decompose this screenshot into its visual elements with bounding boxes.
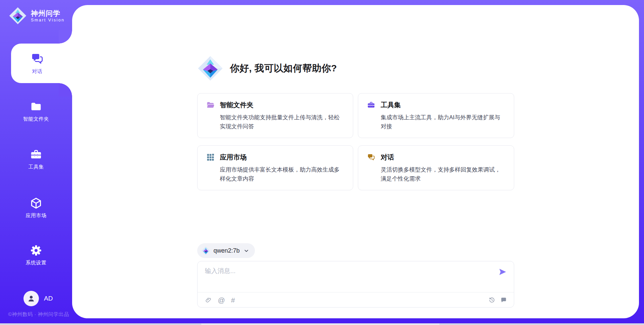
send-button[interactable]	[498, 267, 507, 276]
card-description: 应用市场提供丰富长文本模板，助力高效生成多样化文章内容	[220, 165, 345, 183]
user-name: AD	[44, 295, 53, 302]
chevron-down-icon	[243, 248, 250, 254]
model-name: qwen2:7b	[214, 247, 240, 254]
brand-name: 神州问学	[31, 9, 65, 18]
main-panel: 你好, 我可以如何帮助你? 智能文件夹 智能文件夹功能支持批量文件上传与清洗，轻…	[72, 5, 639, 318]
app-logo-icon	[9, 7, 27, 25]
message-composer: @ #	[197, 261, 514, 308]
greeting-block: 你好, 我可以如何帮助你?	[197, 55, 514, 81]
sidebar-item-app-market[interactable]: 应用市场	[0, 197, 72, 219]
scrollbar-thumb[interactable]	[201, 323, 439, 325]
brand-subtitle: Smart Vision	[31, 18, 65, 22]
person-icon	[26, 294, 36, 303]
horizontal-scrollbar[interactable]	[0, 323, 644, 325]
chat-bubble-icon[interactable]	[500, 297, 507, 304]
user-profile[interactable]: AD	[23, 291, 53, 306]
hash-icon[interactable]: #	[231, 297, 235, 304]
card-title: 应用市场	[220, 153, 247, 162]
sidebar-item-smart-folder[interactable]: 智能文件夹	[0, 101, 72, 122]
avatar	[23, 291, 39, 306]
sidebar-item-label: 工具集	[28, 164, 44, 170]
card-description: 集成市场上主流工具，助力AI与外界无缝扩展与对接	[381, 113, 506, 131]
folder-icon	[30, 101, 42, 113]
card-app-market[interactable]: 应用市场 应用市场提供丰富长文本模板，助力高效生成多样化文章内容	[197, 145, 354, 190]
mention-icon[interactable]: @	[218, 297, 225, 304]
card-title: 智能文件夹	[220, 101, 254, 110]
sidebar-item-label: 对话	[32, 68, 43, 75]
model-logo-icon	[201, 246, 210, 255]
sidebar-item-label: 应用市场	[26, 212, 47, 219]
copyright-footer: ©神州数码 · 神州问学出品	[0, 311, 77, 318]
grid-icon	[206, 153, 215, 161]
sidebar-item-settings[interactable]: 系统设置	[0, 244, 72, 266]
active-item-notch-top	[59, 30, 72, 44]
brand-logo: 神州问学 Smart Vision	[9, 7, 65, 25]
toolbox-icon	[367, 101, 375, 109]
card-toolset[interactable]: 工具集 集成市场上主流工具，助力AI与外界无缝扩展与对接	[358, 93, 514, 138]
model-selector[interactable]: qwen2:7b	[197, 243, 255, 258]
greeting-title: 你好, 我可以如何帮助你?	[230, 62, 337, 75]
chat-icon	[367, 153, 375, 161]
card-smart-folder[interactable]: 智能文件夹 智能文件夹功能支持批量文件上传与清洗，轻松实现文件问答	[197, 93, 354, 138]
card-title: 工具集	[381, 101, 401, 110]
active-item-notch-bottom	[59, 83, 72, 96]
sidebar-item-chat[interactable]: 对话	[11, 44, 72, 83]
card-description: 灵活切换多模型文件，支持多样回复效果调试，满足个性化需求	[381, 165, 506, 183]
sidebar-item-label: 智能文件夹	[23, 116, 49, 122]
sidebar-item-label: 系统设置	[26, 260, 47, 266]
paperclip-icon[interactable]	[205, 297, 212, 304]
history-icon[interactable]	[488, 297, 495, 304]
gear-icon	[30, 244, 42, 257]
card-title: 对话	[381, 153, 394, 162]
app-logo-icon	[197, 55, 223, 81]
card-chat[interactable]: 对话 灵活切换多模型文件，支持多样回复效果调试，满足个性化需求	[358, 145, 514, 190]
chat-icon	[31, 52, 44, 66]
message-input[interactable]	[205, 267, 493, 289]
feature-cards: 智能文件夹 智能文件夹功能支持批量文件上传与清洗，轻松实现文件问答 工具集 集成…	[197, 93, 514, 190]
card-description: 智能文件夹功能支持批量文件上传与清洗，轻松实现文件问答	[220, 113, 345, 131]
cube-icon	[30, 197, 42, 209]
toolbox-icon	[30, 148, 42, 161]
send-icon	[498, 267, 507, 276]
folder-open-icon	[206, 101, 215, 109]
sidebar-item-toolset[interactable]: 工具集	[0, 148, 72, 170]
